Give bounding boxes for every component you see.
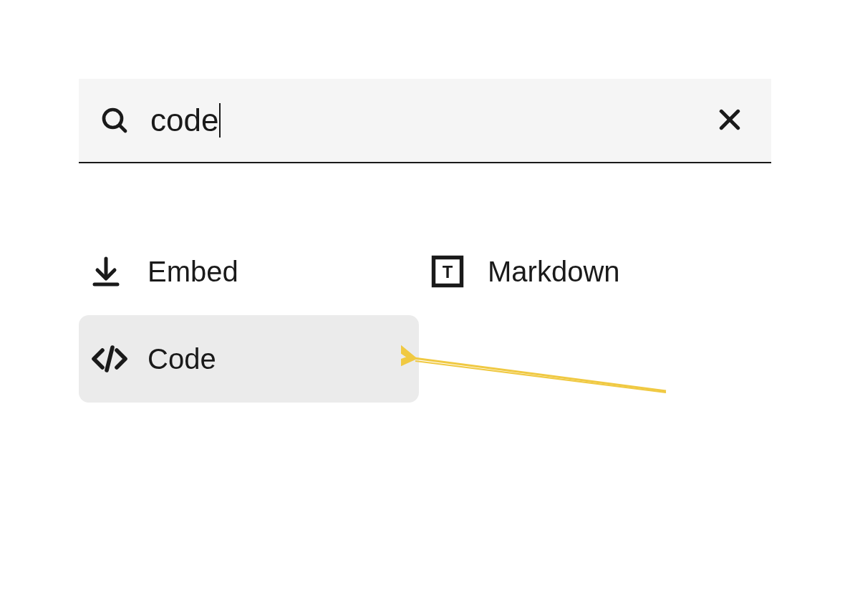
search-bar: code xyxy=(79,79,771,163)
embed-icon xyxy=(89,254,132,289)
svg-text:T: T xyxy=(443,262,453,281)
svg-line-1 xyxy=(120,125,125,131)
clear-search-button[interactable] xyxy=(710,100,750,142)
result-label: Embed xyxy=(148,256,238,288)
result-item-code[interactable]: Code xyxy=(79,315,419,403)
result-item-markdown[interactable]: T Markdown xyxy=(419,228,759,315)
results-row: Embed T Markdown xyxy=(79,228,771,315)
result-item-embed[interactable]: Embed xyxy=(79,228,419,315)
close-icon xyxy=(715,105,744,136)
block-picker-panel: code Embed xyxy=(0,0,850,403)
result-label: Markdown xyxy=(488,256,620,288)
search-icon xyxy=(100,106,129,135)
result-label: Code xyxy=(148,343,216,375)
results-row: Code xyxy=(79,315,771,403)
code-icon xyxy=(89,342,132,376)
search-input[interactable]: code xyxy=(150,102,710,138)
markdown-icon: T xyxy=(429,253,472,290)
svg-line-8 xyxy=(107,347,112,370)
text-cursor xyxy=(219,103,221,138)
results-section: Embed T Markdown xyxy=(79,228,771,403)
